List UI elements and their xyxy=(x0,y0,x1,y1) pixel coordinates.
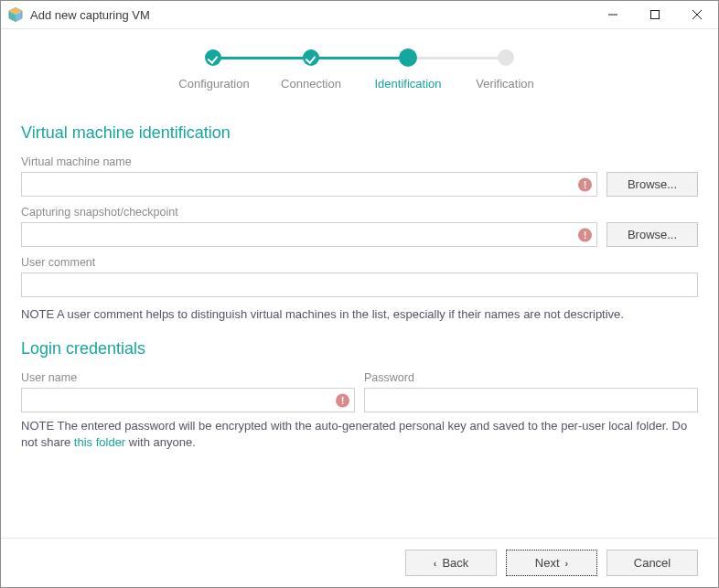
snapshot-input[interactable] xyxy=(21,222,597,247)
minimize-button[interactable] xyxy=(592,1,634,28)
step-label-verification: Verification xyxy=(456,77,553,91)
window-title: Add new capturing VM xyxy=(30,8,150,22)
snapshot-label: Capturing snapshot/checkpoint xyxy=(21,206,698,219)
step-node-identification[interactable] xyxy=(399,48,417,67)
app-icon xyxy=(8,7,23,22)
minimize-icon xyxy=(608,10,617,19)
username-label: User name xyxy=(21,371,355,384)
next-button-label: Next xyxy=(535,556,560,570)
identification-note: NOTE A user comment helps to distinguish… xyxy=(21,306,698,323)
back-button[interactable]: ‹ Back xyxy=(405,550,497,576)
close-icon xyxy=(692,10,702,19)
titlebar: Add new capturing VM xyxy=(1,1,718,29)
maximize-button[interactable] xyxy=(634,1,676,28)
vm-name-input[interactable] xyxy=(21,172,597,197)
chevron-left-icon: ‹ xyxy=(434,558,437,569)
identification-heading: Virtual machine identification xyxy=(21,123,698,143)
wizard-footer: ‹ Back Next › Cancel xyxy=(1,538,718,587)
step-node-connection[interactable] xyxy=(303,49,319,66)
password-input[interactable] xyxy=(364,388,698,412)
vm-name-label: Virtual machine name xyxy=(21,155,698,168)
error-icon xyxy=(336,393,349,407)
comment-label: User comment xyxy=(21,256,698,269)
chevron-right-icon: › xyxy=(565,558,569,569)
next-button[interactable]: Next › xyxy=(506,550,597,576)
step-node-configuration[interactable] xyxy=(205,49,221,66)
svg-rect-5 xyxy=(651,11,660,19)
close-button[interactable] xyxy=(676,1,718,28)
password-label: Password xyxy=(364,371,698,384)
step-node-verification[interactable] xyxy=(498,49,514,66)
comment-input[interactable] xyxy=(21,273,698,297)
error-icon xyxy=(578,228,592,241)
cancel-button-label: Cancel xyxy=(634,556,671,570)
cancel-button[interactable]: Cancel xyxy=(606,550,698,576)
username-input[interactable] xyxy=(21,388,355,412)
wizard-body: Virtual machine identification Virtual m… xyxy=(1,100,718,538)
login-heading: Login credentials xyxy=(21,339,698,358)
vm-name-browse-button[interactable]: Browse... xyxy=(606,172,698,197)
step-label-connection: Connection xyxy=(263,77,360,91)
maximize-icon xyxy=(650,10,660,19)
snapshot-browse-button[interactable]: Browse... xyxy=(606,222,698,247)
this-folder-link[interactable]: this folder xyxy=(74,435,125,449)
login-note: NOTE The entered password will be encryp… xyxy=(21,418,698,451)
error-icon xyxy=(578,177,592,191)
back-button-label: Back xyxy=(442,556,468,570)
wizard-window: Add new capturing VM Configuration Conne… xyxy=(0,0,719,588)
wizard-stepper: Configuration Connection Identification … xyxy=(1,29,718,100)
step-label-configuration: Configuration xyxy=(166,77,263,91)
login-note-post: with anyone. xyxy=(125,435,196,449)
step-label-identification: Identification xyxy=(360,77,456,91)
